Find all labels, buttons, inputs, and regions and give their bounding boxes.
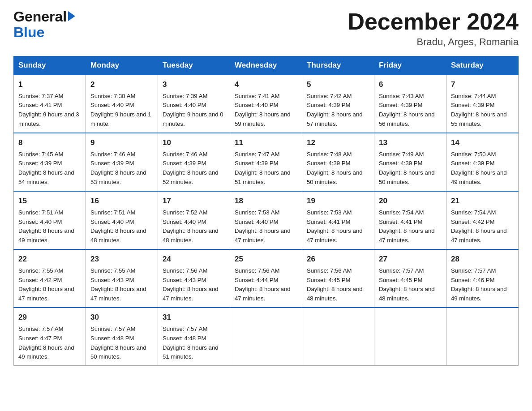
- calendar-table: Sunday Monday Tuesday Wednesday Thursday…: [13, 56, 519, 366]
- day-info: Sunrise: 7:38 AMSunset: 4:40 PMDaylight:…: [90, 93, 151, 128]
- day-info: Sunrise: 7:57 AMSunset: 4:47 PMDaylight:…: [18, 325, 74, 360]
- day-info: Sunrise: 7:57 AMSunset: 4:48 PMDaylight:…: [163, 325, 219, 360]
- calendar-cell: 9 Sunrise: 7:46 AMSunset: 4:39 PMDayligh…: [86, 133, 158, 191]
- day-info: Sunrise: 7:43 AMSunset: 4:39 PMDaylight:…: [379, 93, 435, 128]
- calendar-cell: [302, 308, 374, 366]
- calendar-cell: 18 Sunrise: 7:53 AMSunset: 4:40 PMDaylig…: [230, 191, 302, 249]
- day-info: Sunrise: 7:55 AMSunset: 4:43 PMDaylight:…: [90, 267, 146, 302]
- day-number: 24: [163, 253, 225, 265]
- day-info: Sunrise: 7:48 AMSunset: 4:39 PMDaylight:…: [307, 151, 363, 186]
- calendar-cell: 16 Sunrise: 7:51 AMSunset: 4:40 PMDaylig…: [86, 191, 158, 249]
- calendar-cell: 24 Sunrise: 7:56 AMSunset: 4:43 PMDaylig…: [158, 249, 230, 308]
- day-info: Sunrise: 7:44 AMSunset: 4:39 PMDaylight:…: [451, 93, 507, 128]
- day-info: Sunrise: 7:46 AMSunset: 4:39 PMDaylight:…: [163, 151, 219, 186]
- day-number: 18: [235, 195, 297, 207]
- col-friday: Friday: [374, 56, 446, 75]
- calendar-cell: 22 Sunrise: 7:55 AMSunset: 4:42 PMDaylig…: [14, 249, 86, 308]
- day-info: Sunrise: 7:47 AMSunset: 4:39 PMDaylight:…: [235, 151, 291, 186]
- logo-arrow-icon: [68, 11, 75, 21]
- day-info: Sunrise: 7:54 AMSunset: 4:41 PMDaylight:…: [379, 209, 435, 244]
- calendar-cell: 12 Sunrise: 7:48 AMSunset: 4:39 PMDaylig…: [302, 133, 374, 191]
- day-number: 3: [163, 79, 225, 90]
- calendar-week-3: 15 Sunrise: 7:51 AMSunset: 4:40 PMDaylig…: [14, 191, 519, 249]
- title-block: December 2024 Bradu, Arges, Romania: [348, 9, 519, 48]
- calendar-cell: 31 Sunrise: 7:57 AMSunset: 4:48 PMDaylig…: [158, 308, 230, 366]
- calendar-cell: 25 Sunrise: 7:56 AMSunset: 4:44 PMDaylig…: [230, 249, 302, 308]
- day-info: Sunrise: 7:57 AMSunset: 4:48 PMDaylight:…: [90, 325, 146, 360]
- day-info: Sunrise: 7:57 AMSunset: 4:45 PMDaylight:…: [379, 267, 435, 302]
- calendar-cell: 27 Sunrise: 7:57 AMSunset: 4:45 PMDaylig…: [374, 249, 446, 308]
- col-monday: Monday: [86, 56, 158, 75]
- col-sunday: Sunday: [14, 56, 86, 75]
- calendar-cell: 15 Sunrise: 7:51 AMSunset: 4:40 PMDaylig…: [14, 191, 86, 249]
- day-number: 29: [18, 312, 81, 323]
- calendar-week-1: 1 Sunrise: 7:37 AMSunset: 4:41 PMDayligh…: [14, 75, 519, 133]
- day-info: Sunrise: 7:55 AMSunset: 4:42 PMDaylight:…: [18, 267, 74, 302]
- calendar-cell: 30 Sunrise: 7:57 AMSunset: 4:48 PMDaylig…: [86, 308, 158, 366]
- day-info: Sunrise: 7:37 AMSunset: 4:41 PMDaylight:…: [18, 93, 79, 128]
- day-number: 19: [307, 195, 369, 207]
- logo-blue: Blue: [13, 24, 44, 40]
- calendar-cell: [374, 308, 446, 366]
- day-number: 25: [235, 253, 297, 265]
- day-number: 8: [18, 137, 81, 149]
- col-saturday: Saturday: [446, 56, 519, 75]
- calendar-cell: [446, 308, 519, 366]
- day-info: Sunrise: 7:51 AMSunset: 4:40 PMDaylight:…: [90, 209, 146, 244]
- day-info: Sunrise: 7:56 AMSunset: 4:43 PMDaylight:…: [163, 267, 219, 302]
- day-info: Sunrise: 7:53 AMSunset: 4:40 PMDaylight:…: [235, 209, 291, 244]
- day-info: Sunrise: 7:54 AMSunset: 4:42 PMDaylight:…: [451, 209, 507, 244]
- day-number: 4: [235, 79, 297, 90]
- col-tuesday: Tuesday: [158, 56, 230, 75]
- day-info: Sunrise: 7:57 AMSunset: 4:46 PMDaylight:…: [451, 267, 507, 302]
- day-info: Sunrise: 7:52 AMSunset: 4:40 PMDaylight:…: [163, 209, 219, 244]
- header: General Blue December 2024 Bradu, Arges,…: [13, 9, 519, 48]
- calendar-cell: 28 Sunrise: 7:57 AMSunset: 4:46 PMDaylig…: [446, 249, 519, 308]
- calendar-cell: 2 Sunrise: 7:38 AMSunset: 4:40 PMDayligh…: [86, 75, 158, 133]
- calendar-cell: 1 Sunrise: 7:37 AMSunset: 4:41 PMDayligh…: [14, 75, 86, 133]
- day-number: 5: [307, 79, 369, 90]
- day-info: Sunrise: 7:39 AMSunset: 4:40 PMDaylight:…: [163, 93, 223, 128]
- day-info: Sunrise: 7:42 AMSunset: 4:39 PMDaylight:…: [307, 93, 363, 128]
- calendar-cell: 6 Sunrise: 7:43 AMSunset: 4:39 PMDayligh…: [374, 75, 446, 133]
- day-number: 21: [451, 195, 514, 207]
- col-thursday: Thursday: [302, 56, 374, 75]
- day-number: 10: [163, 137, 225, 149]
- calendar-cell: 14 Sunrise: 7:50 AMSunset: 4:39 PMDaylig…: [446, 133, 519, 191]
- day-number: 16: [90, 195, 153, 207]
- calendar-cell: 10 Sunrise: 7:46 AMSunset: 4:39 PMDaylig…: [158, 133, 230, 191]
- day-number: 2: [90, 79, 153, 90]
- day-info: Sunrise: 7:53 AMSunset: 4:41 PMDaylight:…: [307, 209, 363, 244]
- calendar-cell: [230, 308, 302, 366]
- calendar-cell: 13 Sunrise: 7:49 AMSunset: 4:39 PMDaylig…: [374, 133, 446, 191]
- day-number: 22: [18, 253, 81, 265]
- calendar-cell: 26 Sunrise: 7:56 AMSunset: 4:45 PMDaylig…: [302, 249, 374, 308]
- day-info: Sunrise: 7:56 AMSunset: 4:45 PMDaylight:…: [307, 267, 363, 302]
- location: Bradu, Arges, Romania: [348, 36, 519, 48]
- day-number: 23: [90, 253, 153, 265]
- day-info: Sunrise: 7:45 AMSunset: 4:39 PMDaylight:…: [18, 151, 74, 186]
- month-title: December 2024: [348, 9, 519, 34]
- day-number: 6: [379, 79, 442, 90]
- calendar-cell: 23 Sunrise: 7:55 AMSunset: 4:43 PMDaylig…: [86, 249, 158, 308]
- day-info: Sunrise: 7:49 AMSunset: 4:39 PMDaylight:…: [379, 151, 435, 186]
- calendar-cell: 29 Sunrise: 7:57 AMSunset: 4:47 PMDaylig…: [14, 308, 86, 366]
- day-number: 26: [307, 253, 369, 265]
- calendar-cell: 11 Sunrise: 7:47 AMSunset: 4:39 PMDaylig…: [230, 133, 302, 191]
- col-wednesday: Wednesday: [230, 56, 302, 75]
- logo-general: General: [13, 9, 67, 25]
- day-number: 15: [18, 195, 81, 207]
- day-number: 31: [163, 312, 225, 323]
- day-info: Sunrise: 7:41 AMSunset: 4:40 PMDaylight:…: [235, 93, 291, 128]
- calendar-week-5: 29 Sunrise: 7:57 AMSunset: 4:47 PMDaylig…: [14, 308, 519, 366]
- calendar-week-4: 22 Sunrise: 7:55 AMSunset: 4:42 PMDaylig…: [14, 249, 519, 308]
- day-info: Sunrise: 7:50 AMSunset: 4:39 PMDaylight:…: [451, 151, 507, 186]
- day-number: 14: [451, 137, 514, 149]
- day-info: Sunrise: 7:56 AMSunset: 4:44 PMDaylight:…: [235, 267, 291, 302]
- day-info: Sunrise: 7:51 AMSunset: 4:40 PMDaylight:…: [18, 209, 74, 244]
- calendar-week-2: 8 Sunrise: 7:45 AMSunset: 4:39 PMDayligh…: [14, 133, 519, 191]
- calendar-cell: 5 Sunrise: 7:42 AMSunset: 4:39 PMDayligh…: [302, 75, 374, 133]
- calendar-cell: 20 Sunrise: 7:54 AMSunset: 4:41 PMDaylig…: [374, 191, 446, 249]
- header-row: Sunday Monday Tuesday Wednesday Thursday…: [14, 56, 519, 75]
- day-info: Sunrise: 7:46 AMSunset: 4:39 PMDaylight:…: [90, 151, 146, 186]
